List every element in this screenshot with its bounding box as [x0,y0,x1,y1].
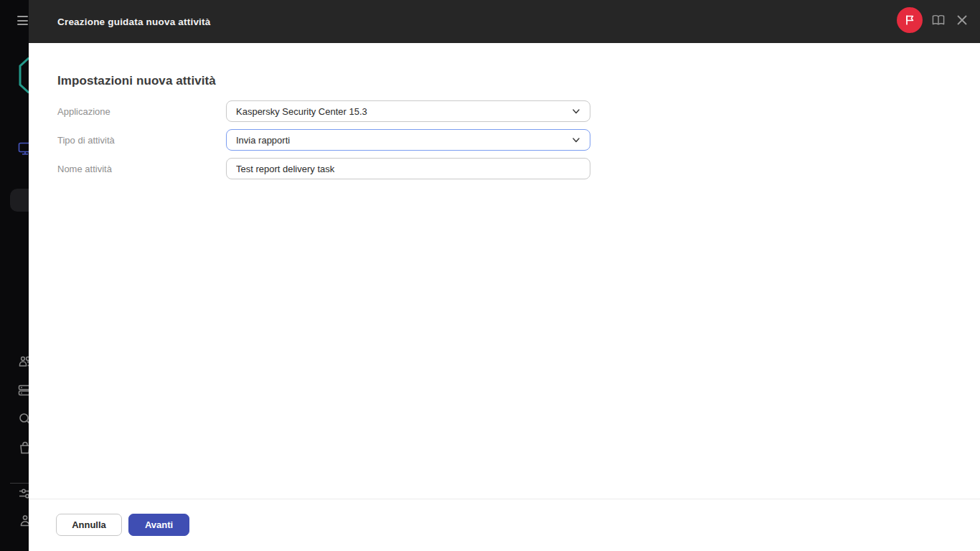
footer-divider [29,499,980,499]
application-select-value: Kaspersky Security Center 15.3 [236,106,367,117]
sidebar-strip [0,0,29,551]
wizard-body: Impostazioni nuova attività Applicazione… [29,43,980,551]
sidebar-divider [10,483,29,484]
task-name-label: Nome attività [57,158,215,179]
page-title: Impostazioni nuova attività [57,74,216,88]
wizard-header: Creazione guidata nuova attività [29,0,980,43]
wizard-title: Creazione guidata nuova attività [57,0,210,43]
users-icon[interactable] [18,354,29,369]
task-type-label: Tipo di attività [57,129,215,151]
search-icon[interactable] [18,412,29,426]
sidebar-selected-item[interactable] [10,189,29,212]
menu-icon[interactable] [17,16,28,25]
task-type-select-value: Invia rapporti [236,135,290,146]
marketplace-bag-icon[interactable] [18,441,29,455]
task-name-input[interactable] [226,158,590,179]
screen: Creazione guidata nuova attività Imposta… [0,0,980,551]
chevron-down-icon [571,135,581,145]
account-person-icon[interactable] [18,514,29,528]
application-select[interactable]: Kaspersky Security Center 15.3 [226,100,590,122]
next-button[interactable]: Avanti [128,514,189,536]
devices-monitor-icon[interactable] [18,141,29,156]
task-type-select[interactable]: Invia rapporti [226,129,590,151]
help-button[interactable] [932,14,945,27]
flag-icon [903,14,916,27]
cancel-button[interactable]: Annulla [56,514,122,536]
kaspersky-logo [19,57,29,93]
chevron-down-icon [571,106,581,116]
whats-new-button[interactable] [897,7,923,33]
servers-icon[interactable] [18,383,29,397]
close-icon [956,14,968,26]
application-label: Applicazione [57,100,215,122]
close-button[interactable] [956,14,969,27]
book-icon [932,14,945,26]
settings-sliders-icon[interactable] [18,486,29,501]
